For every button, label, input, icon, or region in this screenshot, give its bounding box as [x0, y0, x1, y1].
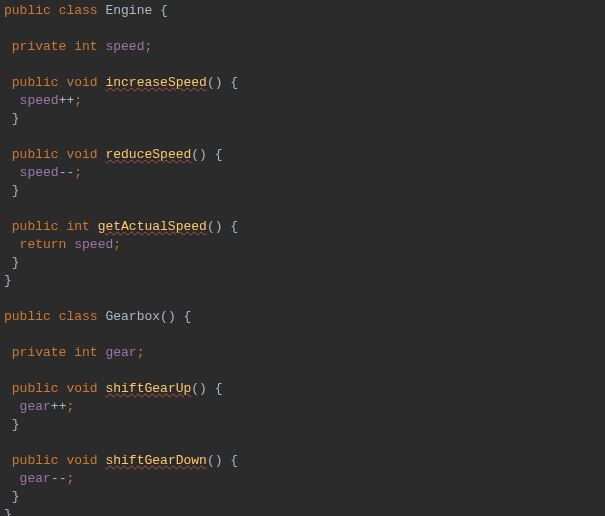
class-name: Gearbox	[105, 309, 160, 324]
code-line: public void increaseSpeed() {	[4, 74, 601, 92]
close-paren: )	[199, 147, 207, 162]
keyword-private: private	[12, 39, 67, 54]
code-line	[4, 200, 601, 218]
code-line	[4, 434, 601, 452]
keyword-public: public	[12, 381, 59, 396]
semicolon: ;	[74, 165, 82, 180]
code-line: }	[4, 254, 601, 272]
code-line: }	[4, 488, 601, 506]
keyword-public: public	[12, 147, 59, 162]
field-speed: speed	[20, 93, 59, 108]
open-brace: {	[230, 453, 238, 468]
code-line	[4, 20, 601, 38]
keyword-private: private	[12, 345, 67, 360]
keyword-public: public	[4, 309, 51, 324]
code-line: private int speed;	[4, 38, 601, 56]
field-speed: speed	[105, 39, 144, 54]
open-paren: (	[207, 453, 215, 468]
open-paren: (	[191, 147, 199, 162]
close-paren: )	[215, 453, 223, 468]
code-line: }	[4, 182, 601, 200]
open-paren: (	[207, 219, 215, 234]
code-line: gear--;	[4, 470, 601, 488]
semicolon: ;	[74, 93, 82, 108]
field-gear: gear	[20, 399, 51, 414]
keyword-void: void	[66, 75, 97, 90]
code-line: private int gear;	[4, 344, 601, 362]
code-line: }	[4, 110, 601, 128]
keyword-void: void	[66, 453, 97, 468]
close-brace: }	[4, 507, 12, 516]
keyword-public: public	[12, 453, 59, 468]
field-speed: speed	[74, 237, 113, 252]
code-line: public class Engine {	[4, 2, 601, 20]
close-brace: }	[4, 273, 12, 288]
code-line: gear++;	[4, 398, 601, 416]
method-shiftGearDown: shiftGearDown	[105, 453, 206, 468]
code-line	[4, 326, 601, 344]
keyword-int: int	[66, 219, 89, 234]
operator-decrement: --	[59, 165, 75, 180]
close-paren: )	[215, 219, 223, 234]
field-speed: speed	[20, 165, 59, 180]
code-line: public int getActualSpeed() {	[4, 218, 601, 236]
keyword-class: class	[59, 3, 98, 18]
code-line	[4, 362, 601, 380]
close-paren: )	[199, 381, 207, 396]
code-line: }	[4, 506, 601, 516]
method-getActualSpeed: getActualSpeed	[98, 219, 207, 234]
semicolon: ;	[144, 39, 152, 54]
operator-increment: ++	[51, 399, 67, 414]
open-paren: (	[191, 381, 199, 396]
keyword-public: public	[4, 3, 51, 18]
keyword-public: public	[12, 219, 59, 234]
keyword-int: int	[74, 39, 97, 54]
code-line: speed--;	[4, 164, 601, 182]
semicolon: ;	[66, 399, 74, 414]
code-line: public void shiftGearDown() {	[4, 452, 601, 470]
field-gear: gear	[105, 345, 136, 360]
code-line: public void reduceSpeed() {	[4, 146, 601, 164]
code-editor[interactable]: public class Engine { private int speed;…	[4, 2, 601, 516]
keyword-void: void	[66, 381, 97, 396]
open-brace: {	[230, 75, 238, 90]
open-brace: {	[215, 381, 223, 396]
open-paren: (	[207, 75, 215, 90]
code-line: speed++;	[4, 92, 601, 110]
class-name: Engine	[105, 3, 152, 18]
close-brace: }	[12, 111, 20, 126]
semicolon: ;	[66, 471, 74, 486]
keyword-class: class	[59, 309, 98, 324]
close-brace: }	[12, 183, 20, 198]
semicolon: ;	[113, 237, 121, 252]
code-line	[4, 56, 601, 74]
semicolon: ;	[137, 345, 145, 360]
code-line: }	[4, 272, 601, 290]
keyword-public: public	[12, 75, 59, 90]
method-reduceSpeed: reduceSpeed	[105, 147, 191, 162]
method-shiftGearUp: shiftGearUp	[105, 381, 191, 396]
open-brace: {	[215, 147, 223, 162]
code-line	[4, 290, 601, 308]
close-paren: )	[215, 75, 223, 90]
close-brace: }	[12, 255, 20, 270]
code-line: return speed;	[4, 236, 601, 254]
keyword-void: void	[66, 147, 97, 162]
keyword-int: int	[74, 345, 97, 360]
close-paren: )	[168, 309, 176, 324]
method-increaseSpeed: increaseSpeed	[105, 75, 206, 90]
close-brace: }	[12, 417, 20, 432]
open-brace: {	[230, 219, 238, 234]
operator-decrement: --	[51, 471, 67, 486]
open-paren: (	[160, 309, 168, 324]
code-line: public class Gearbox() {	[4, 308, 601, 326]
close-brace: }	[12, 489, 20, 504]
operator-increment: ++	[59, 93, 75, 108]
field-gear: gear	[20, 471, 51, 486]
code-line: public void shiftGearUp() {	[4, 380, 601, 398]
code-line: }	[4, 416, 601, 434]
keyword-return: return	[20, 237, 67, 252]
open-brace: {	[184, 309, 192, 324]
open-brace: {	[160, 3, 168, 18]
code-line	[4, 128, 601, 146]
